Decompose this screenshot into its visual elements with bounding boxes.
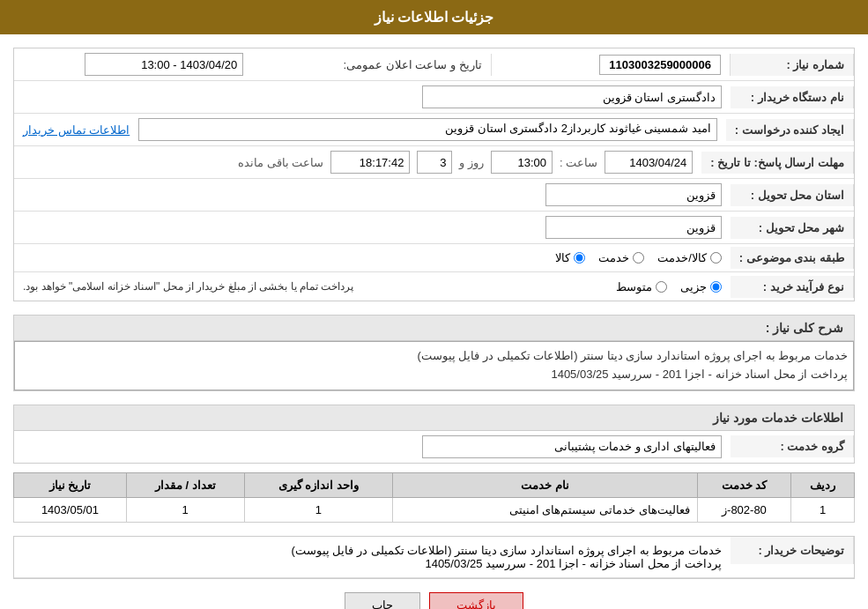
sharh-kolli-content: خدمات مربوط به اجرای پروژه استاندارد ساز… (13, 340, 855, 391)
date-display: 1403/04/24 (605, 151, 693, 174)
row-noe-farayand: نوع فرآیند خرید : جزیی متوسط (14, 272, 854, 301)
shahr-tahvil-value: قزوین (545, 216, 722, 239)
shomare-niaz-value: 1103003259000006 (492, 54, 731, 76)
col-tarikh-niaz: تاریخ نیاز (14, 472, 127, 497)
sharh-kolli-title: شرح کلی نیاز : (13, 315, 855, 340)
table-header-row: ردیف کد خدمت نام خدمت واحد اندازه گیری ت… (14, 472, 855, 497)
saeat-value: 13:00 (491, 151, 553, 174)
cell-radif: 1 (791, 497, 855, 522)
cell-nam-khadamat: فعالیت‌های خدماتی سیستم‌های امنیتی (393, 497, 697, 522)
radio-kala-khadamat-input[interactable] (710, 252, 722, 264)
noe-farayand-radio-group: جزیی متوسط (360, 280, 722, 293)
row-mohlat: مهلت ارسال پاسخ: تا تاریخ : 1403/04/24 س… (14, 146, 854, 179)
sharh-kolli-line1: خدمات مربوط به اجرای پروژه استاندارد ساز… (20, 347, 848, 366)
tabaqe-radio-group: کالا/خدمت خدمت کالا (23, 251, 722, 264)
noe-farayand-container: جزیی متوسط پرداخت تمام یا بخشی از مبلغ خ… (23, 280, 722, 293)
main-content: شماره نیاز : 1103003259000006 تاریخ و سا… (0, 34, 868, 609)
rooz-value: 3 (417, 151, 452, 174)
page-header: جزئیات اطلاعات نیاز (0, 0, 868, 34)
noe-farayand-description: پرداخت تمام یا بخشی از مبلغ خریدار از مح… (23, 280, 353, 293)
radio-khadamat: خدمت (598, 251, 644, 264)
ostan-tahvil-label: استان محل تحویل : (731, 184, 854, 206)
tabaqe-bandi-value-cell: کالا/خدمت خدمت کالا (14, 247, 731, 269)
sharh-kolli-section: شرح کلی نیاز : خدمات مربوط به اجرای پروژ… (13, 315, 855, 391)
saeat-baghi-value: 18:17:42 (330, 151, 410, 174)
cell-vahed-andaze: 1 (244, 497, 393, 522)
radio-kala: کالا (555, 251, 585, 264)
row-nam-dastgah: نام دستگاه خریدار : دادگستری استان قزوین (14, 81, 854, 114)
etelaat-khadamat-title-text: اطلاعات خدمات مورد نیاز (713, 411, 843, 425)
nam-dastgah-label: نام دستگاه خریدار : (731, 86, 854, 108)
back-button[interactable]: بازگشت (429, 592, 523, 609)
ijad-konande-container: امید شمسینی غیاثوند کاربرداز2 دادگستری ا… (14, 114, 726, 145)
row-ijad-konande: ایجاد کننده درخواست : امید شمسینی غیاثون… (14, 114, 854, 146)
button-row: بازگشت چاپ (13, 592, 855, 609)
ostan-tahvil-value: قزوین (545, 183, 722, 206)
table-body: 1 802-80-ز فعالیت‌های خدماتی سیستم‌های ا… (14, 497, 855, 522)
table-row: 1 802-80-ز فعالیت‌های خدماتی سیستم‌های ا… (14, 497, 855, 522)
radio-khadamat-label: خدمت (598, 251, 629, 264)
radio-kala-label: کالا (555, 251, 570, 264)
tosih-row: توضیحات خریدار : خدمات مربوط به اجرای پر… (14, 537, 854, 578)
col-vahed-andaze: واحد اندازه گیری (244, 472, 393, 497)
rooz-label: روز و (459, 156, 484, 169)
page-title: جزئیات اطلاعات نیاز (375, 10, 494, 25)
etelaat-khadamat-title: اطلاعات خدمات مورد نیاز (13, 405, 855, 430)
table-container: ردیف کد خدمت نام خدمت واحد اندازه گیری ت… (13, 472, 855, 523)
sharh-kolli-line2: پرداخت از محل اسناد خزانه - اجزا 201 - س… (20, 366, 848, 384)
radio-jozii-input[interactable] (710, 281, 722, 293)
tosih-line1: خدمات مربوط به اجرای پروژه استاندارد ساز… (23, 544, 722, 557)
nam-dastgah-display: دادگستری استان قزوین (422, 85, 722, 108)
row-group-khadamat: گروه خدمت : فعالیتهای اداری و خدمات پشتی… (14, 431, 854, 463)
tarikh-elan-value-cell: 1403/04/20 - 13:00 (14, 48, 252, 80)
tabaqe-bandi-label: طبقه بندی موضوعی : (731, 247, 854, 269)
radio-kala-input[interactable] (574, 252, 585, 264)
mohlat-fields: 1403/04/24 ساعت : 13:00 روز و 3 18:17:42… (23, 151, 693, 174)
saeat-label: ساعت : (560, 156, 597, 169)
etelaat-khadamat-section: اطلاعات خدمات مورد نیاز گروه خدمت : فعال… (13, 405, 855, 464)
tosih-kharidar-section: توضیحات خریدار : خدمات مربوط به اجرای پر… (13, 536, 855, 579)
info-section: شماره نیاز : 1103003259000006 تاریخ و سا… (13, 48, 855, 301)
row-shomare-niaz: شماره نیاز : 1103003259000006 تاریخ و سا… (14, 48, 854, 81)
tarikh-elan-value: 1403/04/20 - 13:00 (85, 53, 243, 76)
radio-jozii: جزیی (680, 280, 722, 293)
tosih-label: توضیحات خریدار : (731, 537, 854, 564)
radio-khadamat-input[interactable] (633, 252, 644, 264)
sharh-kolli-title-text: شرح کلی نیاز : (766, 321, 843, 335)
radio-motevaset-input[interactable] (656, 281, 667, 293)
cell-tarikh-niaz: 1403/05/01 (14, 497, 127, 522)
noe-farayand-value-cell: جزیی متوسط پرداخت تمام یا بخشی از مبلغ خ… (14, 276, 731, 298)
radio-motevaset: متوسط (616, 280, 667, 293)
col-tedad-megdar: تعداد / مقدار (126, 472, 244, 497)
saeat-baghi-label: ساعت باقی مانده (238, 156, 323, 169)
tosih-value: خدمات مربوط به اجرای پروژه استاندارد ساز… (14, 537, 731, 577)
group-khadamat-label: گروه خدمت : (731, 435, 854, 457)
etelaat-khadamat-content: گروه خدمت : فعالیتهای اداری و خدمات پشتی… (13, 430, 855, 464)
noe-farayand-label: نوع فرآیند خرید : (731, 276, 854, 298)
col-nam-khadamat: نام خدمت (393, 472, 697, 497)
row-ostan-tahvil: استان محل تحویل : قزوین (14, 179, 854, 212)
radio-motevaset-label: متوسط (616, 280, 652, 293)
row-tabaqe-bandi: طبقه بندی موضوعی : کالا/خدمت خدمت (14, 244, 854, 272)
cell-kod-khadamat: 802-80-ز (697, 497, 791, 522)
mohlat-value-cell: 1403/04/24 ساعت : 13:00 روز و 3 18:17:42… (14, 146, 701, 178)
radio-kala-khadamat: کالا/خدمت (657, 251, 722, 264)
tosih-line2: پرداخت از محل اسناد خزانه - اجزا 201 - س… (23, 557, 722, 570)
row-shahr-tahvil: شهر محل تحویل : قزوین (14, 212, 854, 244)
shomare-niaz-number: 1103003259000006 (599, 55, 721, 75)
tarikh-elan-container: تاریخ و ساعت اعلان عمومی: (252, 54, 491, 76)
ostan-tahvil-value-cell: قزوین (14, 179, 731, 211)
ijad-konande-link[interactable]: اطلاعات تماس خریدار (23, 123, 130, 137)
group-khadamat-value: فعالیتهای اداری و خدمات پشتیبانی (422, 435, 722, 458)
shahr-tahvil-label: شهر محل تحویل : (731, 217, 854, 239)
ijad-konande-value: امید شمسینی غیاثوند کاربرداز2 دادگستری ا… (138, 118, 717, 141)
shomare-niaz-label: شماره نیاز : (731, 54, 854, 76)
col-kod-khadamat: کد خدمت (697, 472, 791, 497)
print-button[interactable]: چاپ (345, 592, 420, 609)
shahr-tahvil-value-cell: قزوین (14, 212, 731, 243)
sharh-kolli-text: خدمات مربوط به اجرای پروژه استاندارد ساز… (14, 341, 854, 390)
radio-kala-khadamat-label: کالا/خدمت (657, 251, 707, 264)
page-wrapper: جزئیات اطلاعات نیاز شماره نیاز : 1103003… (0, 0, 868, 609)
mohlat-label: مهلت ارسال پاسخ: تا تاریخ : (701, 152, 854, 174)
radio-jozii-label: جزیی (680, 280, 707, 293)
